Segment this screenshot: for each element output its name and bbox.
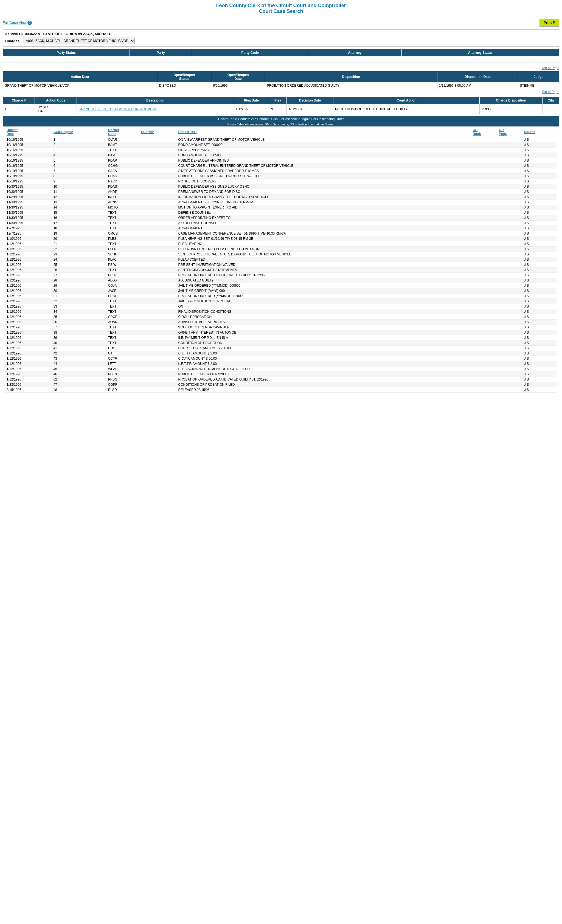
- docket-ecertify-cell: [140, 309, 177, 314]
- charge-num-header: Charge #: [3, 97, 35, 104]
- docket-code-cell: TEXT: [107, 309, 140, 314]
- docket-source-cell: JIS: [523, 346, 556, 351]
- docket-orpage-cell: [498, 189, 523, 195]
- docket-ecertify-cell: [140, 330, 177, 335]
- party-empty-row: [3, 57, 559, 63]
- docket-source-cell: JIS: [523, 278, 556, 283]
- docket-date-cell: 11/30/1995: [6, 220, 53, 226]
- docket-text-cell: ORDER APPOINTING EXPERT TO: [177, 215, 472, 220]
- docket-seq-cell: 11: [53, 189, 107, 195]
- docket-row: 10/30/1995 11 ANDP PREM ANSWER TO DEMAND…: [6, 189, 556, 195]
- docket-code-cell: TEXT: [107, 220, 140, 226]
- docket-orbook-cell: [472, 236, 498, 242]
- docket-orpage-cell: [498, 231, 523, 236]
- or-page-header[interactable]: ORPage: [498, 127, 523, 137]
- docket-orbook-cell: [472, 320, 498, 325]
- docket-ecertify-cell: [140, 210, 177, 215]
- docket-source-cell: JIS: [523, 267, 556, 273]
- docket-code-header[interactable]: DocketCode: [107, 127, 140, 137]
- docket-date-header[interactable]: DocketDate: [6, 127, 53, 137]
- docket-ecertify-cell: [140, 142, 177, 148]
- source-header[interactable]: Source: [523, 127, 556, 137]
- docket-orbook-cell: [472, 372, 498, 377]
- docket-seq-cell: 45: [53, 366, 107, 372]
- docket-source-cell: JIS: [523, 299, 556, 304]
- docket-text-cell: STATE ATTORNEY ASSIGNED BRADFORD THOMAS: [177, 168, 472, 174]
- docket-source-cell: JIS: [523, 362, 556, 366]
- docket-seq-cell: 35: [53, 314, 107, 320]
- ecertify-header[interactable]: ECertify: [140, 127, 177, 137]
- charges-select[interactable]: A001: ZACK, MICHAEL - GRAND THEFT OF MOT…: [23, 38, 135, 44]
- docket-orbook-cell: [472, 330, 498, 335]
- docket-orbook-cell: [472, 309, 498, 314]
- docket-text-cell: L.E.T.T.F. AMOUNT $ 2.00: [177, 362, 472, 366]
- top-of-page-link1[interactable]: Top of Page: [0, 65, 562, 71]
- docket-orpage-cell: [498, 262, 523, 267]
- docket-orbook-cell: [472, 142, 498, 148]
- citation-header: Cita: [542, 97, 559, 104]
- help-icon[interactable]: ?: [27, 21, 32, 25]
- ccisseqnbr-header[interactable]: CCISSeqNbr: [53, 127, 107, 137]
- docket-code-cell: PLES: [107, 236, 140, 242]
- docket-seq-cell: 24: [53, 257, 107, 262]
- charge-section: Charge # Action Code Description Plea Da…: [0, 97, 562, 114]
- docket-code-cell: TEXT: [107, 215, 140, 220]
- party-header-party: Party: [129, 49, 192, 57]
- case-title: 37 1995 CF 003422 A - STATE OF FLORIDA v…: [5, 32, 557, 36]
- docket-source-cell: JIS: [523, 142, 556, 148]
- top-of-page-link2[interactable]: Top of Page: [0, 89, 562, 95]
- docket-code-cell: JACR: [107, 288, 140, 294]
- docket-text-cell: PREM ANSWER TO DEMAND FOR DISC: [177, 189, 472, 195]
- docket-orpage-cell: [498, 387, 523, 393]
- docket-row: 3/15/1996 48 RLSD RELEASED 03/15/96 JIS: [6, 387, 556, 393]
- docket-orpage-cell: [498, 163, 523, 168]
- docket-orpage-cell: [498, 288, 523, 294]
- charge-description-link[interactable]: GRAND THEFT OF TESTAMENTARY INSTRUMENT: [78, 107, 157, 111]
- docket-orbook-cell: [472, 299, 498, 304]
- docket-code-cell: RLSD: [107, 387, 140, 393]
- open-reopen-date-cell: 6/20/1996: [211, 82, 265, 89]
- docket-seq-cell: 29: [53, 283, 107, 288]
- full-case-view-link[interactable]: Full Case View: [3, 21, 26, 25]
- docket-orpage-cell: [498, 362, 523, 366]
- docket-date-cell: 11/30/1995: [6, 215, 53, 220]
- docket-seq-cell: 34: [53, 309, 107, 314]
- docket-text-cell: JAIL IS A CONDITION OF PROBATI: [177, 299, 472, 304]
- docket-seq-cell: 21: [53, 242, 107, 247]
- docket-code-cell: TEXT: [107, 226, 140, 231]
- docket-date-cell: 11/30/1995: [6, 205, 53, 210]
- docket-ecertify-cell: [140, 335, 177, 340]
- docket-code-cell: CCTF: [107, 356, 140, 362]
- action-dscr-table: Action Dscr Open/ReopenStatus Open/Reope…: [3, 71, 559, 89]
- header-title-line2: Court Case Search: [3, 9, 559, 14]
- docket-code-cell: OVAR: [107, 137, 140, 142]
- print-button[interactable]: Print P: [539, 19, 559, 27]
- or-book-header[interactable]: ORBook: [472, 127, 498, 137]
- docket-text-header[interactable]: Docket Text: [177, 127, 472, 137]
- docket-code-cell: AOAR: [107, 320, 140, 325]
- docket-seq-cell: 30: [53, 288, 107, 294]
- docket-orpage-cell: [498, 273, 523, 278]
- open-reopen-date-header: Open/ReopenDate: [211, 71, 265, 82]
- docket-row: 10/19/1995 8 PDAS PUBLIC DEFENDER ASSIGN…: [6, 174, 556, 179]
- action-code-cell: 812.0142C4: [35, 104, 77, 114]
- page-header: Leon County Clerk of the Circuit Court a…: [0, 0, 562, 17]
- docket-ecertify-cell: [140, 304, 177, 309]
- docket-date-cell: 1/12/1996: [6, 356, 53, 362]
- docket-row: 1/12/1996 34 TEXT FINAL DISPOSITION COND…: [6, 309, 556, 314]
- docket-orbook-cell: [472, 356, 498, 362]
- party-header-code: Party Code: [192, 49, 308, 57]
- docket-orpage-cell: [498, 325, 523, 330]
- docket-ecertify-cell: [140, 283, 177, 288]
- charge-num-cell: 1: [3, 104, 35, 114]
- docket-source-cell: JIS: [523, 330, 556, 335]
- docket-date-cell: 12/7/1995: [6, 231, 53, 236]
- disposition-date-header: Disposition Date: [437, 71, 518, 82]
- docket-source-cell: JIS: [523, 288, 556, 294]
- docket-source-cell: JIS: [523, 220, 556, 226]
- docket-date-cell: 10/16/1995: [6, 148, 53, 153]
- docket-orbook-cell: [472, 226, 498, 231]
- case-info-box: 37 1995 CF 003422 A - STATE OF FLORIDA v…: [3, 29, 559, 46]
- docket-text-cell: PUBLIC DEFENDER ASSIGNED NANCY SHOWALTER: [177, 174, 472, 179]
- docket-seq-cell: 31: [53, 294, 107, 299]
